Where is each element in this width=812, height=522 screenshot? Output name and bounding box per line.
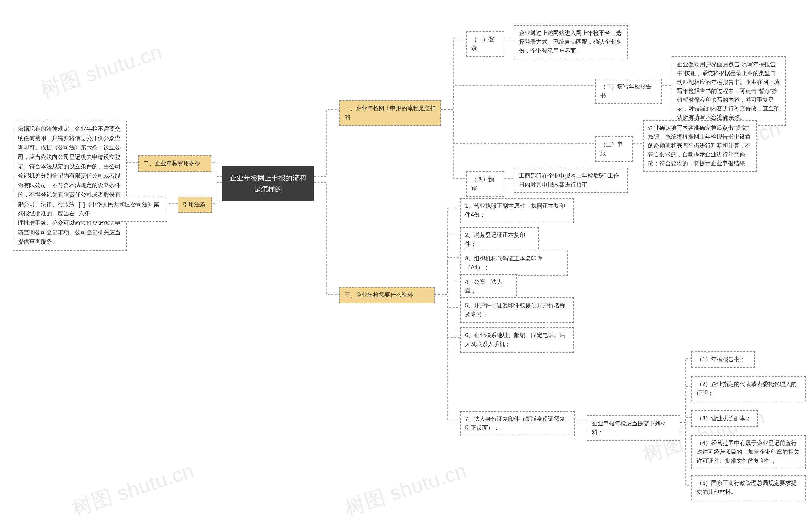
docs-label[interactable]: 三、企业年检需要什么资料 bbox=[339, 287, 435, 303]
docs-sub-label[interactable]: 企业申报年检应当提交下列材料： bbox=[587, 416, 680, 441]
docs-sub-item-2: （2）企业指定的代表或者委托代理人的证明； bbox=[691, 376, 806, 401]
docs-sub-item-5: （5）国家工商行政管理总局规定要求提交的其他材料。 bbox=[691, 475, 806, 500]
process-step-2[interactable]: （二）填写年检报告书 bbox=[595, 79, 662, 104]
process-step-3[interactable]: （三）申报 bbox=[595, 136, 633, 162]
process-step-1-text: 企业通过上述网站进入网上年检平台，选择登录方式。系统自动匹配，确认企业身份，企业… bbox=[514, 25, 628, 59]
watermark: 树图 shutu.cn bbox=[68, 457, 197, 522]
watermark: 树图 shutu.cn bbox=[341, 457, 470, 522]
docs-sub-item-1: （1）年检报告书； bbox=[691, 352, 755, 368]
watermark: 树图 shutu.cn bbox=[37, 38, 165, 104]
process-step-3-text: 企业确认填写内容准确完整后点击“提交”按钮。系统将根据网上年检报告书中设置的必输… bbox=[643, 120, 757, 172]
fees-text: 依据现有的法律规定，企业年检不需要交纳任何费用，只需要将信息公开供公众查询即可。… bbox=[13, 121, 127, 250]
docs-sub-item-3: （3）营业执照副本； bbox=[691, 410, 758, 427]
cite-text: [1]《中华人民共和国公司法》第六条 bbox=[74, 197, 167, 222]
process-label[interactable]: 一、企业年检网上申报的流程是怎样的 bbox=[339, 100, 441, 125]
docs-item-7[interactable]: 7、法人身份证复印件（新版身份证需复印正反面）； bbox=[460, 411, 575, 436]
process-step-1[interactable]: （一）登录 bbox=[466, 32, 504, 57]
cite-label[interactable]: 引用法条 bbox=[178, 197, 212, 213]
root-node[interactable]: 企业年检网上申报的流程是怎样的 bbox=[222, 166, 314, 201]
docs-sub-item-4: （4）经营范围中有属于企业登记前置行政许可经营项目的，加盖企业印章的相关许可证件… bbox=[691, 435, 806, 469]
docs-item-4[interactable]: 4、公章、法人章； bbox=[460, 274, 517, 299]
docs-item-1[interactable]: 1、营业执照正副本原件，执照正本复印件4份； bbox=[460, 198, 574, 223]
docs-item-6[interactable]: 6、企业联系地址、邮编、固定电话、法人及联系人手机； bbox=[460, 327, 574, 353]
docs-item-3[interactable]: 3、组织机构代码证正本复印件（A4）； bbox=[460, 250, 568, 276]
process-step-4[interactable]: （四）预审 bbox=[466, 171, 504, 197]
fees-label[interactable]: 二、企业年检费用多少 bbox=[138, 155, 211, 172]
docs-item-2[interactable]: 2、税务登记证正本复印件； bbox=[460, 227, 539, 253]
docs-item-5[interactable]: 5、开户许可证复印件或提供开户行名称及帐号； bbox=[460, 298, 574, 323]
process-step-4-text: 工商部门在企业申报网上年检后5个工作日内对其申报内容进行预审。 bbox=[514, 168, 628, 193]
process-step-2-text: 企业登录用户界面后点击“填写年检报告书”按钮，系统将根据登录企业的类型自动匹配相… bbox=[672, 57, 786, 126]
